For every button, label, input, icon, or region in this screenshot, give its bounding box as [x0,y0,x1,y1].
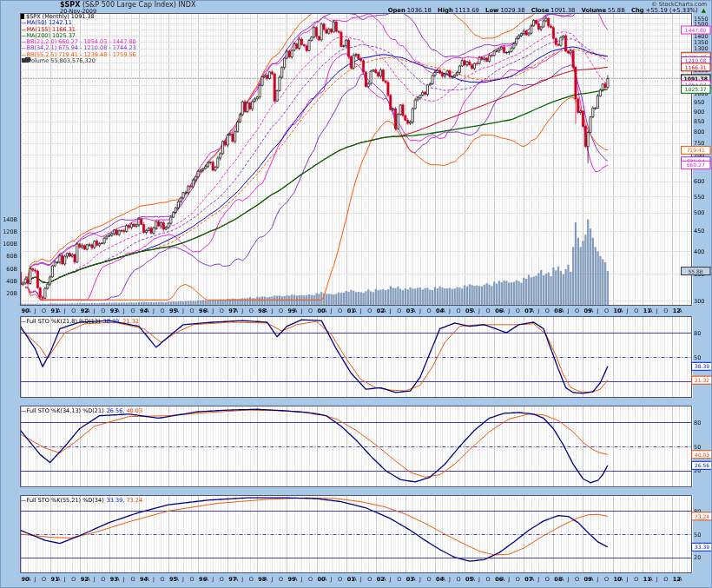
stoch3-label-text: Full STO %K(55,21) %D(34) [27,497,104,504]
quote-high-label: High [438,7,453,14]
legend-volume-text: Volume 55,803,576,320 [28,57,96,64]
volume-bars-icon [22,58,27,63]
stoch2-label-text: Full STO %K(34,13) %D(21) [27,407,104,414]
quote-close-label: Close [531,7,550,14]
candlestick-icon [21,14,24,19]
quote-chg-value: +55.19 (+5.33%) [646,7,698,14]
quote-volume-value: 55.8B [608,7,625,14]
up-arrow-icon: ▲ [702,7,706,14]
symbol-name: (S&P 500 Large Cap Index) INDX [82,1,195,9]
quote-chg-label: Chg [631,7,644,14]
stoch1-k-value: 38.39 [103,318,120,325]
stoch-panel-3-label: —Full STO %K(55,21) %D(34)33.39, 73.24 [21,497,142,504]
quote-high-value: 1113.69 [455,7,479,14]
stoch2-swatch-icon: — [21,407,26,414]
stoch1-swatch-icon: — [21,318,26,325]
main-chart-legend: $SPX (Monthly) 1091.38 —MA(50) 1242.11 —… [21,14,136,64]
stoch1-label-text: Full STO %K(21,8) %D(13) [27,318,101,325]
stoch3-d-value: 73.24 [126,497,142,504]
bb55-swatch-icon: — [21,51,26,58]
stoch2-d-value: 40.03 [126,407,142,414]
stoch2-k-value: 26.56 [107,407,123,414]
stoch3-swatch-icon: — [21,497,26,504]
stoch-panel-1-label: —Full STO %K(21,8) %D(13)38.39, 21.32 [21,318,139,325]
legend-item-volume: Volume 55,803,576,320 [21,58,136,64]
quote-low-value: 1029.38 [500,7,524,14]
quote-open-label: Open [388,7,405,14]
stoch3-k-value: 33.39 [107,497,123,504]
stoch1-d-value: 21.32 [122,318,139,325]
quote-volume-label: Volume [582,7,606,14]
quote-open-value: 1036.18 [407,7,432,14]
quote-close-value: 1091.38 [550,7,575,14]
quote-low-label: Low [485,7,498,14]
stockcharts-chart-page: $SPX (S&P 500 Large Cap Index) INDX © St… [0,0,712,588]
stoch-panel-2-label: —Full STO %K(34,13) %D(21)26.56, 40.03 [21,407,142,414]
quote-line: Open1036.18 High1113.69 Low1029.38 Close… [384,7,706,14]
